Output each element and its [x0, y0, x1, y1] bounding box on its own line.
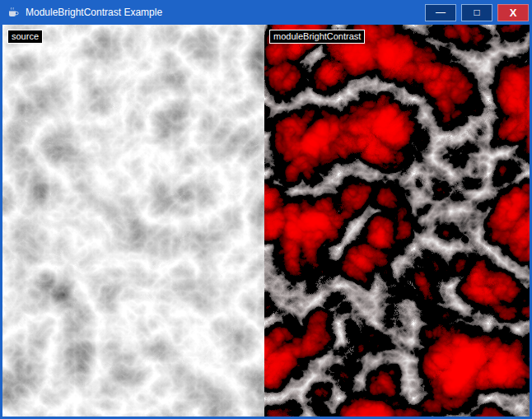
close-button[interactable]: X — [497, 4, 529, 21]
source-panel: source — [2, 25, 264, 417]
minimize-button[interactable]: — — [425, 4, 456, 21]
maximize-button[interactable]: □ — [461, 4, 492, 21]
window-title: ModuleBrightContrast Example — [26, 7, 425, 18]
content-area: source moduleBrigh — [2, 25, 530, 417]
java-coffee-cup-icon — [7, 6, 20, 19]
window-controls: — □ X — [425, 4, 529, 21]
output-panel: moduleBrightContrast — [264, 25, 530, 417]
app-window: ModuleBrightContrast Example — □ X — [0, 0, 532, 419]
output-panel-label: moduleBrightContrast — [269, 30, 365, 44]
source-image — [2, 25, 264, 417]
source-panel-label: source — [7, 30, 43, 44]
titlebar[interactable]: ModuleBrightContrast Example — □ X — [0, 0, 532, 25]
output-image — [264, 25, 530, 417]
